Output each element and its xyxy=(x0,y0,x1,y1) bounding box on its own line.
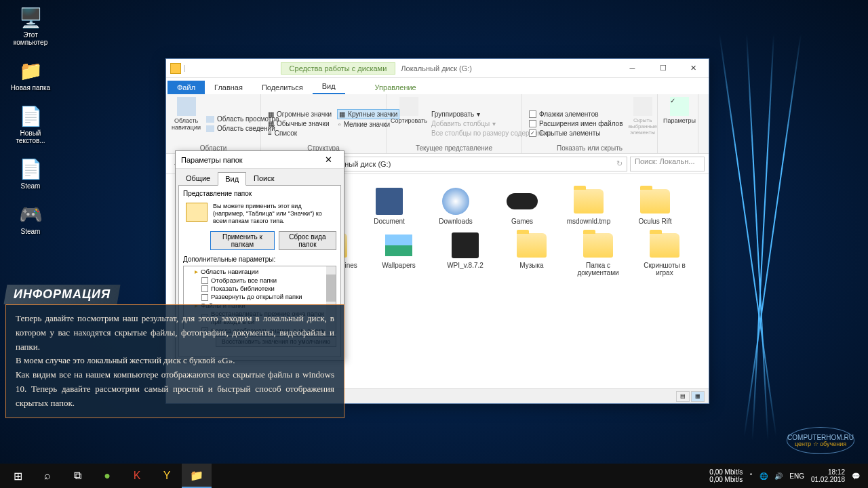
refresh-button[interactable]: ↻ xyxy=(616,159,623,168)
hide-icon xyxy=(633,97,652,116)
tray-network-icon[interactable]: 🌐 xyxy=(760,472,768,480)
search-input[interactable]: Поиск: Локальн... xyxy=(630,157,705,171)
desktop-icon-steam-link[interactable]: 📄Steam xyxy=(7,157,54,190)
folder-item[interactable]: Wallpapers xyxy=(372,232,425,277)
desktop-icons: 🖥️Этот компьютер 📁Новая папка 📄Новый тек… xyxy=(7,5,54,235)
info-header: ИНФОРМАЦИЯ xyxy=(3,285,120,304)
folder-label: msdownld.tmp xyxy=(567,218,610,225)
info-overlay: ИНФОРМАЦИЯ Теперь давайте посмотрим наш … xyxy=(5,285,344,418)
dialog-titlebar[interactable]: Параметры папок ✕ xyxy=(176,151,344,169)
pane-icon xyxy=(177,97,196,116)
tab-share[interactable]: Поделиться xyxy=(252,81,313,94)
file-extensions-toggle[interactable]: Расширения имен файлов xyxy=(528,119,624,128)
minimize-button[interactable]: ─ xyxy=(617,59,648,78)
folder-label: Скриншоты в играх xyxy=(638,262,691,277)
dialog-tab-view[interactable]: Вид xyxy=(218,172,246,186)
dialog-close-button[interactable]: ✕ xyxy=(318,155,338,165)
taskbar-app-utorrent[interactable]: ● xyxy=(92,464,122,488)
folder-item[interactable]: Музыка xyxy=(505,232,558,277)
checkmark-icon: ✓ xyxy=(670,97,689,116)
folder-icon xyxy=(373,188,406,215)
context-tab-label: Средства работы с дисками xyxy=(281,62,396,75)
dialog-tab-search[interactable]: Поиск xyxy=(246,171,281,185)
icons-view-button[interactable]: ▦ xyxy=(691,391,705,402)
document-icon: 📄 xyxy=(18,157,43,181)
window-title: Локальный диск (G:) xyxy=(401,64,472,73)
qat-divider: | xyxy=(184,64,186,72)
folder-label: Games xyxy=(511,218,533,225)
folder-label: Папка с документами xyxy=(572,262,625,277)
tray-up-icon[interactable]: ˄ xyxy=(749,472,753,480)
tab-file[interactable]: Файл xyxy=(167,81,205,94)
folder-icon xyxy=(382,232,415,259)
folder-label: Wallpapers xyxy=(382,262,416,269)
folder-icon xyxy=(515,232,548,259)
folder-item[interactable]: Папка с документами xyxy=(572,232,625,277)
folder-icon: 📁 xyxy=(18,58,43,83)
taskbar-app-yandex[interactable]: Y xyxy=(152,464,182,488)
taskbar-app-explorer[interactable]: 📁 xyxy=(182,464,212,488)
dialog-tab-general[interactable]: Общие xyxy=(178,171,218,185)
folder-item[interactable]: Oculus Rift xyxy=(629,188,682,225)
notification-button[interactable]: 💬 xyxy=(852,472,860,480)
desktop-icon-new-text[interactable]: 📄Новый текстов... xyxy=(7,104,54,144)
hide-selected-button[interactable]: Скрыть выбранные элементы xyxy=(628,97,657,150)
titlebar[interactable]: | Средства работы с дисками Локальный ди… xyxy=(166,59,709,78)
task-view-button[interactable]: ⧉ xyxy=(62,464,92,488)
clock[interactable]: 18:1201.02.2018 xyxy=(811,468,845,483)
folder-item[interactable]: msdownld.tmp xyxy=(562,188,615,225)
sort-button[interactable]: Сортировать xyxy=(392,97,426,150)
taskbar-app-kaspersky[interactable]: K xyxy=(122,464,152,488)
document-icon: 📄 xyxy=(18,104,43,128)
folder-label: WPI_v.8.7.2 xyxy=(447,262,484,269)
folder-item[interactable]: Games xyxy=(496,188,549,225)
folder-icon xyxy=(439,188,472,215)
close-button[interactable]: ✕ xyxy=(678,59,709,78)
layout-medium[interactable]: ▦Обычные значки xyxy=(267,119,333,128)
language-indicator[interactable]: ENG xyxy=(789,472,804,480)
tray-volume-icon[interactable]: 🔊 xyxy=(774,472,783,480)
wallpaper-beams xyxy=(692,34,827,441)
folder-preview-icon xyxy=(186,203,208,222)
network-speed: 0,00 Mbit/s0,00 Mbit/s xyxy=(709,468,743,483)
monitor-icon: 🖥️ xyxy=(18,5,43,30)
folder-views-label: Представление папок xyxy=(183,190,336,197)
apply-to-folders-button[interactable]: Применить к папкам xyxy=(210,231,275,250)
item-checkboxes-toggle[interactable]: Флажки элементов xyxy=(528,110,624,119)
tab-view[interactable]: Вид xyxy=(313,79,345,94)
steam-icon: 🎮 xyxy=(18,202,43,226)
folder-icon xyxy=(582,232,614,259)
layout-huge[interactable]: ▦Огромные значки xyxy=(267,110,333,119)
drive-icon xyxy=(170,63,181,74)
ribbon-tabs: Файл Главная Поделиться Вид Управление xyxy=(166,78,709,94)
folder-icon xyxy=(639,188,671,215)
folder-item[interactable]: Document xyxy=(363,188,416,225)
hidden-items-toggle[interactable]: ✓Скрытые элементы xyxy=(528,129,624,138)
details-view-button[interactable]: ▤ xyxy=(676,391,690,402)
layout-list[interactable]: ≡Список xyxy=(267,129,333,138)
tab-manage[interactable]: Управление xyxy=(366,81,426,94)
sort-icon xyxy=(399,97,418,116)
taskbar: ⊞ ⌕ ⧉ ● K Y 📁 0,00 Mbit/s0,00 Mbit/s ˄ 🌐… xyxy=(0,464,868,488)
options-button[interactable]: ✓ Параметры xyxy=(663,97,696,150)
folder-icon xyxy=(506,188,538,215)
tab-home[interactable]: Главная xyxy=(205,81,252,94)
folder-label: Oculus Rift xyxy=(639,218,672,225)
watermark: COMPUTERHOM.RU центр ☆ обучения xyxy=(787,427,854,454)
folder-item[interactable]: Скриншоты в играх xyxy=(638,232,691,277)
search-button[interactable]: ⌕ xyxy=(33,464,62,488)
info-body: Теперь давайте посмотрим наш результат, … xyxy=(5,304,344,418)
tree-item[interactable]: Отобразить все папки xyxy=(185,277,334,285)
folder-item[interactable]: WPI_v.8.7.2 xyxy=(439,232,492,277)
desktop-icon-this-pc[interactable]: 🖥️Этот компьютер xyxy=(7,5,54,46)
desktop-icon-new-folder[interactable]: 📁Новая папка xyxy=(7,58,54,92)
reset-folders-button[interactable]: Сброс вида папок xyxy=(279,231,336,250)
start-button[interactable]: ⊞ xyxy=(3,464,33,488)
tree-item: ▸Область навигации xyxy=(185,268,334,276)
folder-item[interactable]: Downloads xyxy=(429,188,482,225)
navigation-pane-button[interactable]: Область навигации xyxy=(172,97,201,150)
desktop-icon-steam[interactable]: 🎮Steam xyxy=(7,202,54,235)
checkbox-icon xyxy=(201,277,208,284)
maximize-button[interactable]: ☐ xyxy=(648,59,678,78)
folder-views-desc: Вы можете применить этот вид (например, … xyxy=(213,203,334,224)
